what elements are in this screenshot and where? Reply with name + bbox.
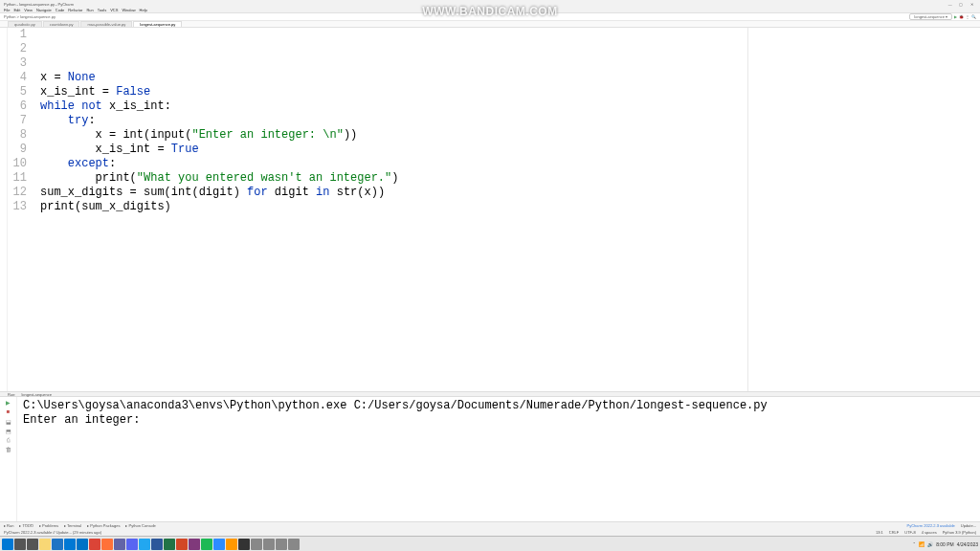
status-bar: PyCharm 2022.2.3 available // Update... … <box>0 529 980 536</box>
run-console: ▶ ■ ⬓ ⬒ ⎙ 🗑 C:\Users\goysa\anaconda3\env… <box>0 397 980 521</box>
editor-tab[interactable]: longest-sequence.py <box>133 21 182 27</box>
minimize-button[interactable]: — <box>946 2 955 7</box>
editor-gutter-icons <box>0 28 8 391</box>
editor-tab[interactable]: quadratic.py <box>8 21 42 27</box>
update-link[interactable]: Update... <box>961 523 976 528</box>
console-toolbar: ▶ ■ ⬓ ⬒ ⎙ 🗑 <box>0 397 17 521</box>
code-area[interactable]: x = Nonex_is_int = Falsewhile not x_is_i… <box>34 28 980 391</box>
editor-tab[interactable]: countdown.py <box>43 21 80 27</box>
onenote-icon[interactable] <box>189 539 200 550</box>
more-run-icon[interactable]: ⋮ <box>966 14 969 19</box>
misc1-icon[interactable] <box>251 539 262 550</box>
tray-wifi-icon[interactable]: 📶 <box>919 541 924 547</box>
tool-tab[interactable]: ▸ Terminal <box>64 523 81 528</box>
code-line[interactable]: print("What you entered wasn't an intege… <box>34 171 980 186</box>
tool-tab[interactable]: ▸ TODO <box>19 523 33 528</box>
tool-tab[interactable]: ▸ Python Console <box>125 523 155 528</box>
code-line[interactable]: sum_x_digits = sum(int(digit) for digit … <box>34 186 980 200</box>
spotify-icon[interactable] <box>201 539 212 550</box>
status-cell[interactable]: CRLF <box>889 530 899 535</box>
editor-tabs: quadratic.pycountdown.pymax-possible-val… <box>0 21 980 28</box>
console-output[interactable]: C:\Users\goysa\anaconda3\envs\Python\pyt… <box>17 397 980 521</box>
task-icon[interactable] <box>27 539 38 550</box>
status-area: ▸ Run▸ TODO▸ Problems▸ Terminal▸ Python … <box>0 521 980 536</box>
navigation-bar: Python > longest-sequence.py longest-seq… <box>0 13 980 21</box>
menu-file[interactable]: File <box>4 8 10 12</box>
menu-vcs[interactable]: VCS <box>110 8 118 12</box>
menu-tools[interactable]: Tools <box>98 8 106 12</box>
maximize-button[interactable]: ▢ <box>956 2 966 7</box>
zoom-icon[interactable] <box>213 539 225 550</box>
code-line[interactable]: print(sum_x_digits) <box>34 200 980 214</box>
tray-volume-icon[interactable]: 🔊 <box>927 541 933 547</box>
misc4-icon[interactable] <box>288 539 300 550</box>
chrome-icon[interactable] <box>89 539 100 550</box>
rerun-icon[interactable]: ▶ <box>5 399 12 407</box>
status-cell[interactable]: UTF-8 <box>904 530 915 535</box>
window-controls: — ▢ ✕ <box>946 2 976 7</box>
code-line[interactable]: try: <box>34 114 980 128</box>
menu-help[interactable]: Help <box>140 8 147 12</box>
editor-tab[interactable]: max-possible-value.py <box>80 21 132 27</box>
discord-icon[interactable] <box>126 539 138 550</box>
mail-icon[interactable] <box>77 539 88 550</box>
console-line: Enter an integer: <box>23 413 974 428</box>
up-icon[interactable]: ⬒ <box>5 428 12 435</box>
search-icon[interactable] <box>14 539 26 550</box>
menu-window[interactable]: Window <box>122 8 135 12</box>
code-line[interactable]: while not x_is_int: <box>34 99 980 114</box>
stop-icon[interactable]: ■ <box>5 408 12 416</box>
teams-icon[interactable] <box>114 539 125 550</box>
tray-chevron-icon[interactable]: ˄ <box>913 541 916 547</box>
sublime-icon[interactable] <box>226 539 237 550</box>
menu-code[interactable]: Code <box>56 8 65 12</box>
tool-tab[interactable]: ▸ Run <box>4 523 13 528</box>
word-icon[interactable] <box>151 539 163 550</box>
clock-date[interactable]: 4/24/2023 <box>957 541 978 547</box>
edge-icon[interactable] <box>52 539 63 550</box>
down-icon[interactable]: ⬓ <box>5 418 12 426</box>
files-icon[interactable] <box>39 539 51 550</box>
menu-edit[interactable]: Edit <box>13 8 20 12</box>
code-line[interactable]: x_is_int = True <box>34 143 980 157</box>
system-tray[interactable]: ˄📶🔊8:00 PM4/24/2023 <box>913 541 978 547</box>
powerpoint-icon[interactable] <box>176 539 188 550</box>
window-titlebar: Python - longest-sequence.py - PyCharm —… <box>0 0 980 8</box>
trash-icon[interactable]: 🗑 <box>5 447 12 454</box>
clock-time[interactable]: 8:00 PM <box>936 541 954 547</box>
editor[interactable]: 12345678910111213 x = Nonex_is_int = Fal… <box>8 28 980 391</box>
status-cell[interactable]: 4 spaces <box>922 530 937 535</box>
line-number-gutter: 12345678910111213 <box>8 28 34 391</box>
breadcrumb[interactable]: Python > longest-sequence.py <box>4 14 56 19</box>
code-line[interactable]: x = int(input("Enter an integer: \n")) <box>34 128 980 143</box>
menu-view[interactable]: View <box>24 8 33 12</box>
search-icon[interactable]: 🔍 <box>971 14 976 19</box>
debug-icon[interactable]: 🐞 <box>959 14 964 19</box>
tool-tab[interactable]: ▸ Problems <box>39 523 58 528</box>
update-notice[interactable]: PyCharm 2022.2.3 available <box>907 523 955 528</box>
excel-icon[interactable] <box>164 539 175 550</box>
panel-tab[interactable]: longest-sequence <box>21 392 52 397</box>
status-cell[interactable]: 13:1 <box>876 530 883 535</box>
print-icon[interactable]: ⎙ <box>5 437 12 445</box>
terminal-icon[interactable] <box>238 539 250 550</box>
code-line[interactable]: except: <box>34 157 980 171</box>
firefox-icon[interactable] <box>101 539 113 550</box>
status-cell[interactable]: Python 3.9 (Python) <box>943 530 976 535</box>
code-line[interactable]: x_is_int = False <box>34 85 980 99</box>
tool-tab[interactable]: ▸ Python Packages <box>87 523 120 528</box>
close-button[interactable]: ✕ <box>967 2 976 7</box>
code-line[interactable]: x = None <box>34 71 980 85</box>
right-margin-guide <box>747 28 748 391</box>
start-icon[interactable] <box>2 539 13 550</box>
misc3-icon[interactable] <box>276 539 287 550</box>
code-icon[interactable] <box>139 539 150 550</box>
windows-taskbar: ˄📶🔊8:00 PM4/24/2023 <box>0 536 980 551</box>
run-icon[interactable]: ▶ <box>954 14 957 19</box>
menu-refactor[interactable]: Refactor <box>68 8 82 12</box>
menu-navigate[interactable]: Navigate <box>36 8 52 12</box>
misc2-icon[interactable] <box>263 539 275 550</box>
run-config-dropdown[interactable]: longest-sequence ▾ <box>909 13 952 20</box>
store-icon[interactable] <box>64 539 76 550</box>
menu-run[interactable]: Run <box>86 8 93 12</box>
